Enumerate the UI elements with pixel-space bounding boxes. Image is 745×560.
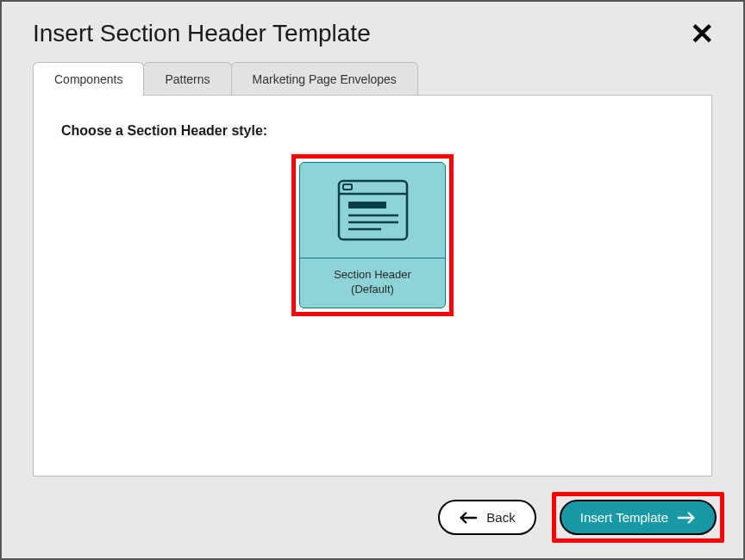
dialog-footer: Back Insert Template [2,476,743,558]
choose-style-prompt: Choose a Section Header style: [61,123,684,139]
insert-button-highlight: Insert Template [552,492,724,543]
arrow-right-icon [677,511,696,525]
template-grid: Section Header(Default) [61,154,684,316]
close-button[interactable]: ✕ [686,19,717,48]
dialog-title: Insert Section Header Template [33,20,371,47]
insert-template-button[interactable]: Insert Template [560,500,717,535]
close-icon: ✕ [690,17,714,50]
back-button[interactable]: Back [438,500,535,535]
tab-patterns-label: Patterns [165,72,210,86]
svg-rect-2 [343,184,352,190]
section-header-preview-icon [336,178,410,242]
svg-rect-3 [348,202,386,208]
template-preview [300,163,445,258]
tab-patterns[interactable]: Patterns [143,62,231,96]
arrow-left-icon [459,511,478,525]
content-panel: Choose a Section Header style: [33,95,712,476]
back-button-label: Back [486,510,515,525]
tab-row: Components Patterns Marketing Page Envel… [33,62,712,96]
tab-envelopes-label: Marketing Page Envelopes [253,72,397,86]
tab-marketing-envelopes[interactable]: Marketing Page Envelopes [231,62,418,96]
tab-area: Components Patterns Marketing Page Envel… [2,62,743,96]
tab-components-label: Components [54,72,122,86]
template-highlight-box: Section Header(Default) [291,154,454,316]
dialog-header: Insert Section Header Template ✕ [2,2,743,55]
section-header-default-card[interactable]: Section Header(Default) [299,162,446,308]
insert-template-dialog: Insert Section Header Template ✕ Compone… [2,2,743,558]
insert-button-label: Insert Template [580,510,668,525]
tab-components[interactable]: Components [33,62,144,96]
template-card-label: Section Header(Default) [300,258,445,308]
